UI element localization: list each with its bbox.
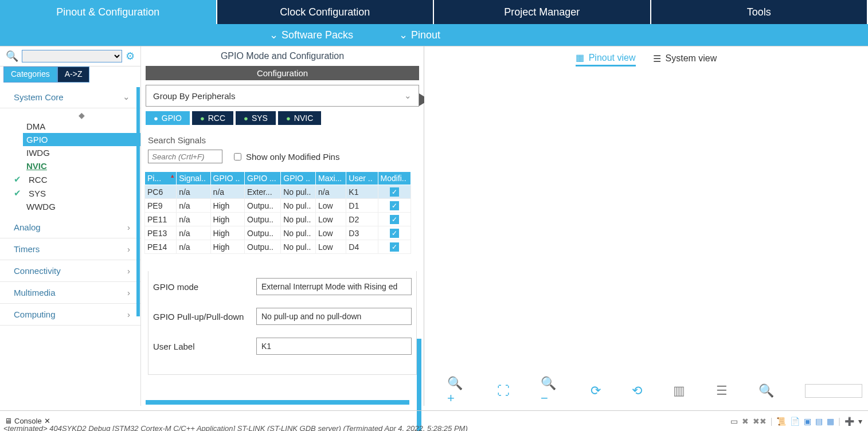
check-circle-icon: ● xyxy=(154,114,158,123)
col-pin[interactable]: Pi...▲ xyxy=(145,172,177,185)
tab-clock-config[interactable]: Clock Configuration xyxy=(217,0,433,24)
up-down-icon[interactable]: ◆ xyxy=(23,111,140,120)
section-connectivity[interactable]: Connectivity› xyxy=(0,260,140,282)
category-search-select[interactable] xyxy=(22,50,122,62)
gpio-mode-select[interactable]: External Interrupt Mode with Rising ed xyxy=(256,278,412,295)
sidebar-item-dma[interactable]: DMA xyxy=(23,120,140,133)
sort-indicator-icon: ▲ xyxy=(170,173,175,179)
panel-title: GPIO Mode and Configuration xyxy=(141,46,424,66)
col-user[interactable]: User .. xyxy=(346,172,378,185)
col-gpio-1[interactable]: GPIO .. xyxy=(210,172,244,185)
table-row[interactable]: PE11n/aHighOutpu..No pul..LowD2✓ xyxy=(145,213,411,226)
layout-button[interactable]: ▥ xyxy=(673,383,685,398)
check-icon: ✓ xyxy=(390,242,399,252)
section-analog[interactable]: Analog› xyxy=(0,217,140,238)
chevron-right-icon: › xyxy=(127,288,130,297)
group-by-select[interactable]: Group By Peripherals⌄ xyxy=(146,85,419,107)
chevron-right-icon: › xyxy=(127,244,130,254)
pin-console-icon[interactable]: ▣ xyxy=(803,417,812,426)
gpio-pull-label: GPIO Pull-up/Pull-down xyxy=(153,312,256,322)
display-selected-icon[interactable]: ▤ xyxy=(814,417,824,426)
subtab-gpio[interactable]: ●GPIO xyxy=(146,111,190,125)
search-pin-input[interactable] xyxy=(805,384,862,398)
chevron-down-icon: ⌄ xyxy=(123,92,130,102)
new-console-icon[interactable]: ➕ xyxy=(843,417,855,426)
config-panel: GPIO Mode and Configuration Configuratio… xyxy=(141,46,424,406)
tab-a-to-z[interactable]: A->Z xyxy=(57,66,90,83)
scrollbar[interactable] xyxy=(136,87,140,316)
menu-software-packs[interactable]: ⌄ Software Packs xyxy=(269,29,353,41)
sidebar-item-sys[interactable]: ✔SYS xyxy=(23,186,140,200)
check-icon: ✔ xyxy=(14,188,23,198)
chevron-right-icon: › xyxy=(127,266,130,276)
system-view-button[interactable]: ☰System view xyxy=(653,52,717,66)
user-label-input[interactable]: K1 xyxy=(256,338,412,355)
gear-icon[interactable]: ⚙ xyxy=(126,50,135,62)
grid-button[interactable]: ☰ xyxy=(716,383,728,398)
menu-pinout[interactable]: ⌄ Pinout xyxy=(399,29,440,41)
pinout-view-button[interactable]: ▦Pinout view xyxy=(576,52,636,66)
chevron-down-icon: ⌄ xyxy=(404,91,412,101)
chevron-right-icon: › xyxy=(127,309,130,319)
section-system-core[interactable]: System Core⌄ xyxy=(0,86,140,108)
col-signal[interactable]: Signal.. xyxy=(177,172,210,185)
minimize-icon[interactable]: ▾ xyxy=(857,417,863,426)
chevron-down-icon: ⌄ xyxy=(399,29,408,41)
open-console-icon[interactable]: ▦ xyxy=(826,417,835,426)
tab-categories[interactable]: Categories xyxy=(3,66,57,83)
tab-tools[interactable]: Tools xyxy=(651,0,867,24)
tab-project-manager[interactable]: Project Manager xyxy=(434,0,650,24)
sidebar: 🔍 ⚙ Categories A->Z System Core⌄ ◆ DMA G… xyxy=(0,46,141,406)
search-signals-input[interactable] xyxy=(148,150,222,163)
check-icon: ✓ xyxy=(390,187,399,197)
table-row[interactable]: PE9n/aHighOutpu..No pul..LowD1✓ xyxy=(145,199,411,213)
check-icon: ✓ xyxy=(390,215,399,224)
section-timers[interactable]: Timers› xyxy=(0,238,140,260)
subtab-rcc[interactable]: ●RCC xyxy=(192,111,233,125)
search-pin-button[interactable]: 🔍 xyxy=(758,383,774,398)
word-wrap-icon[interactable]: 📄 xyxy=(789,417,801,426)
clear-icon[interactable]: ✖ xyxy=(741,417,750,426)
chip-diagram[interactable]: PPPPPPPPPPPPPPPPPP PE2PE3PE4PE5PE6VBATPC… xyxy=(424,72,868,347)
remove-all-icon[interactable]: ✖✖ xyxy=(752,417,768,426)
sidebar-item-wwdg[interactable]: WWDG xyxy=(23,200,140,213)
remove-launch-icon[interactable]: ▭ xyxy=(729,417,739,426)
check-icon: ✓ xyxy=(390,201,399,210)
pin-properties: GPIO mode External Interrupt Mode with R… xyxy=(148,271,417,375)
chevron-down-icon: ⌄ xyxy=(269,29,278,41)
scrollbar-horizontal[interactable] xyxy=(146,400,409,405)
col-modified[interactable]: Modifi.. xyxy=(378,172,411,185)
sidebar-item-nvic[interactable]: NVIC xyxy=(23,159,140,173)
show-only-checkbox[interactable] xyxy=(234,153,241,160)
sidebar-item-rcc[interactable]: ✔RCC xyxy=(23,173,140,186)
configuration-header: Configuration xyxy=(146,66,419,80)
subtab-nvic[interactable]: ●NVIC xyxy=(278,111,321,125)
subtab-sys[interactable]: ●SYS xyxy=(236,111,276,125)
zoom-in-button[interactable]: 🔍+ xyxy=(447,376,466,406)
section-multimedia[interactable]: Multimedia› xyxy=(0,282,140,304)
sidebar-item-iwdg[interactable]: IWDG xyxy=(23,146,140,159)
table-row[interactable]: PE13n/aHighOutpu..No pul..LowD3✓ xyxy=(145,226,411,240)
tab-pinout-config[interactable]: Pinout & Configuration xyxy=(0,0,216,24)
table-row[interactable]: PC6n/an/aExter...No pul..n/aK1✓ xyxy=(145,185,411,199)
check-circle-icon: ● xyxy=(286,114,291,123)
col-max[interactable]: Maxi... xyxy=(316,172,346,185)
rotate-cw-button[interactable]: ⟳ xyxy=(591,383,601,398)
table-row[interactable]: PE14n/aHighOutpu..No pul..LowD4✓ xyxy=(145,240,411,254)
sidebar-item-gpio[interactable]: GPIO xyxy=(23,133,140,146)
scroll-lock-icon[interactable]: 📜 xyxy=(775,417,787,426)
search-icon[interactable]: 🔍 xyxy=(6,50,18,62)
gpio-pull-select[interactable]: No pull-up and no pull-down xyxy=(256,308,412,325)
console-terminated-text: <terminated> 404SYKD2 Debug [STM32 Corte… xyxy=(3,424,468,431)
zoom-out-button[interactable]: 🔍− xyxy=(541,376,560,406)
fit-button[interactable]: ⛶ xyxy=(497,383,510,398)
rotate-ccw-button[interactable]: ⟲ xyxy=(632,383,642,398)
gpio-mode-label: GPIO mode xyxy=(153,282,256,292)
chip-icon: ▦ xyxy=(576,52,584,63)
col-gpio-2[interactable]: GPIO ... xyxy=(245,172,281,185)
col-gpio-3[interactable]: GPIO .. xyxy=(281,172,316,185)
search-signals-label: Search Signals xyxy=(148,135,417,145)
chevron-right-icon: › xyxy=(127,222,130,232)
section-computing[interactable]: Computing› xyxy=(0,304,140,326)
show-only-modified[interactable]: Show only Modified Pins xyxy=(234,152,339,162)
